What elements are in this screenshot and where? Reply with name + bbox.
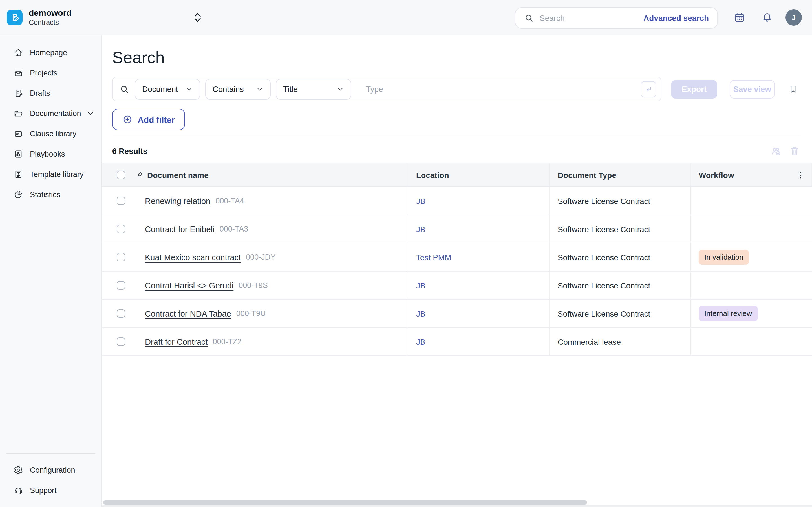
row-checkbox[interactable] (117, 337, 125, 346)
document-pen-icon (8, 11, 21, 24)
sidebar-item-template-library[interactable]: Template library (0, 164, 101, 184)
document-name-cell: Contrat Harisl <> Gerudi000-T9S (102, 272, 408, 299)
sidebar-item-statistics[interactable]: Statistics (0, 184, 101, 205)
filter-value-input[interactable] (366, 84, 641, 94)
document-name-link[interactable]: Contrat Harisl <> Gerudi (145, 281, 234, 290)
filter-field-dropdown[interactable]: Document (135, 78, 200, 100)
global-search-input[interactable] (540, 13, 644, 22)
document-name-link[interactable]: Renewing relation (145, 196, 210, 205)
document-type-cell: Software License Contract (550, 300, 691, 327)
sidebar-divider (6, 453, 95, 454)
app-identity: demoword Contracts (29, 7, 71, 28)
pie-chart-icon (13, 189, 30, 199)
location-link[interactable]: JB (416, 309, 425, 318)
document-name-cell: Contract for Enibeli000-TA3 (102, 215, 408, 243)
row-checkbox[interactable] (117, 253, 125, 262)
headset-icon (13, 485, 30, 495)
export-button[interactable]: Export (671, 80, 717, 98)
sidebar-item-clause-library[interactable]: Clause library (0, 123, 101, 144)
workspace-switcher[interactable] (194, 12, 201, 22)
notifications-bell-icon[interactable] (761, 11, 773, 23)
filter-attribute-dropdown[interactable]: Title (276, 78, 351, 100)
document-code: 000-T9S (239, 281, 268, 290)
column-header-document-name[interactable]: Document name (102, 163, 408, 186)
add-users-icon[interactable] (770, 145, 782, 157)
workflow-cell: Internal review (691, 300, 812, 327)
sidebar-item-drafts[interactable]: Drafts (0, 83, 101, 103)
bookmark-icon[interactable] (788, 83, 798, 94)
document-type: Software License Contract (558, 224, 650, 233)
table-header-row: Document name Location Document Type Wor… (102, 163, 812, 187)
content-area: Search Document Contains (102, 36, 812, 507)
column-header-workflow[interactable]: Workflow (691, 163, 812, 186)
calendar-icon[interactable] (733, 11, 746, 23)
advanced-search-link[interactable]: Advanced search (644, 13, 709, 22)
location-link[interactable]: Test PMM (416, 252, 451, 262)
row-checkbox[interactable] (117, 309, 125, 318)
sidebar: Homepage Projects Drafts Documentation C… (0, 36, 102, 507)
location-cell: JB (408, 328, 550, 355)
workflow-cell (691, 328, 812, 355)
apply-filter-button[interactable] (641, 81, 656, 97)
sidebar-item-label: Template library (30, 170, 84, 178)
sidebar-item-configuration[interactable]: Configuration (0, 460, 101, 480)
column-label: Location (416, 170, 449, 179)
workflow-status-badge: In validation (699, 249, 749, 265)
gear-icon (13, 465, 30, 474)
row-checkbox[interactable] (117, 281, 125, 290)
search-filter-bar: Document Contains Title (112, 76, 661, 101)
document-code: 000-TZ2 (213, 337, 241, 346)
sidebar-item-label: Statistics (30, 190, 60, 199)
scrollbar-track (102, 505, 812, 507)
location-link[interactable]: JB (416, 281, 425, 290)
horizontal-scrollbar[interactable] (103, 500, 587, 505)
document-name-link[interactable]: Contract for NDA Tabae (145, 309, 231, 318)
table-options-kebab-icon[interactable] (796, 170, 805, 180)
document-name-cell: Kuat Mexico scan contract000-JDY (102, 243, 408, 271)
sidebar-item-projects[interactable]: Projects (0, 62, 101, 83)
filter-field-value: Document (142, 84, 178, 94)
location-link[interactable]: JB (416, 337, 425, 346)
document-name-link[interactable]: Contract for Enibeli (145, 224, 214, 233)
chevron-down-icon (256, 86, 263, 93)
save-view-button[interactable]: Save view (730, 80, 775, 98)
document-name-link[interactable]: Draft for Contract (145, 337, 207, 346)
column-label: Document Type (558, 170, 616, 179)
filter-operator-dropdown[interactable]: Contains (205, 78, 271, 100)
global-search-bar[interactable]: Advanced search (515, 7, 718, 29)
trash-icon[interactable] (789, 145, 800, 157)
sidebar-item-label: Homepage (30, 48, 67, 57)
row-checkbox[interactable] (117, 225, 125, 233)
chevron-down-icon (194, 17, 201, 22)
location-cell: JB (408, 272, 550, 299)
document-name-link[interactable]: Kuat Mexico scan contract (145, 252, 241, 262)
select-all-checkbox[interactable] (117, 171, 125, 179)
user-avatar[interactable]: J (785, 9, 802, 25)
chevron-down-icon[interactable] (86, 108, 102, 118)
document-code: 000-T9U (236, 309, 266, 318)
sidebar-spacer (0, 205, 101, 448)
add-filter-button[interactable]: Add filter (112, 109, 185, 130)
app-logo[interactable] (7, 10, 22, 25)
sidebar-item-support[interactable]: Support (0, 480, 101, 500)
document-type-cell: Software License Contract (550, 243, 691, 271)
workflow-cell (691, 215, 812, 243)
document-type-cell: Commercial lease (550, 328, 691, 355)
table-row: Draft for Contract000-TZ2JBCommercial le… (102, 328, 812, 356)
location-cell: JB (408, 187, 550, 215)
sidebar-item-homepage[interactable]: Homepage (0, 42, 101, 62)
row-checkbox[interactable] (117, 196, 125, 205)
results-count: 6 Results (112, 147, 147, 156)
column-header-document-type[interactable]: Document Type (550, 163, 691, 186)
drafts-icon (13, 88, 30, 98)
column-header-location[interactable]: Location (408, 163, 550, 186)
workflow-cell: In validation (691, 243, 812, 271)
location-cell: JB (408, 215, 550, 243)
location-link[interactable]: JB (416, 196, 425, 205)
sidebar-item-documentation[interactable]: Documentation (0, 103, 101, 123)
bulk-actions (770, 145, 800, 157)
sidebar-item-playbooks[interactable]: Playbooks (0, 144, 101, 164)
location-link[interactable]: JB (416, 224, 425, 233)
pin-icon[interactable] (136, 171, 143, 179)
workflow-cell (691, 272, 812, 299)
